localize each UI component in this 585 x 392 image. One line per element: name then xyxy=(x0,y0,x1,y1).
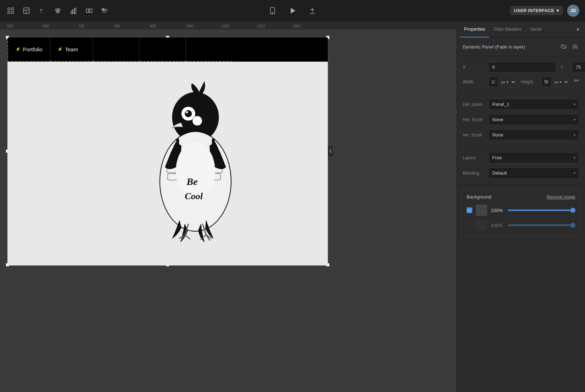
collapse-panel-arrow[interactable] xyxy=(328,145,334,157)
blending-arrow: ▾ xyxy=(574,171,575,175)
component-header: Dynamic Panel (Fade in layer) xyxy=(457,37,585,56)
align-center-icon[interactable] xyxy=(53,6,63,16)
svg-rect-3 xyxy=(11,11,14,14)
bird-illustration: Be Cool xyxy=(149,82,242,246)
ruler-mark-500: 500 xyxy=(7,24,13,28)
position-row: X Y xyxy=(463,62,579,72)
tab-varial[interactable]: Varial xyxy=(526,21,546,37)
toolbar: T xyxy=(0,0,585,21)
svg-rect-11 xyxy=(71,11,72,14)
background-checkbox-2[interactable] xyxy=(467,222,472,228)
width-unit-select[interactable]: px ▾ % auto xyxy=(498,77,516,87)
size-row: Width px ▾ % auto Height px ▾ xyxy=(463,77,579,87)
panel-tabs: Properties Data Masters Varial ▾ xyxy=(457,21,585,37)
svg-rect-0 xyxy=(8,8,10,10)
x-input[interactable] xyxy=(488,62,556,72)
background-slider-fill-1 xyxy=(508,210,575,211)
svg-point-21 xyxy=(272,12,273,13)
tab-properties[interactable]: Properties xyxy=(460,21,489,37)
background-opacity-1: 100% xyxy=(491,208,504,213)
ver-scroll-row: Ver. Scroll None ▾ xyxy=(463,129,579,140)
hor-scroll-label: Hor. Scroll xyxy=(463,117,484,122)
height-input[interactable] xyxy=(541,77,551,87)
design-canvas[interactable]: ⚡ Portfolio ⚡ Team xyxy=(7,37,328,265)
svg-text:Cool: Cool xyxy=(185,191,203,201)
def-panel-value: Panel_1 xyxy=(492,102,509,107)
background-section: Background Remove image ✓ 100% xyxy=(461,189,581,236)
split-icon[interactable] xyxy=(84,6,94,16)
svg-rect-13 xyxy=(75,8,76,14)
background-label: Background xyxy=(467,194,546,200)
background-thumb-2[interactable] xyxy=(476,220,487,231)
ruler-mark-900: 900 xyxy=(150,24,156,28)
background-remove-button[interactable]: Remove image xyxy=(546,195,575,200)
background-thumb-image-2 xyxy=(476,220,487,231)
def-panel-label: Def. panel xyxy=(463,102,484,107)
svg-rect-15 xyxy=(90,9,92,12)
background-thumb-image-1 xyxy=(476,205,487,216)
svg-marker-22 xyxy=(291,8,295,14)
layout-icon[interactable] xyxy=(21,6,31,16)
tab-data-masters[interactable]: Data Masters xyxy=(489,21,525,37)
panel-settings-section: Def. panel Panel_1 ▾ Hor. Scroll None ▾ … xyxy=(457,93,585,146)
main-area: 500 600 700 800 900 1000 1100 1200 1300 xyxy=(0,21,585,392)
ui-selector-button[interactable]: USER INTERFACE ▾ xyxy=(510,6,563,15)
blending-dropdown[interactable]: Default ▾ xyxy=(488,167,579,179)
y-label: Y xyxy=(560,65,568,70)
height-input-group: px ▾ % xyxy=(541,77,569,87)
layout-row: Layout Free ▾ xyxy=(463,152,579,163)
height-unit-select[interactable]: px ▾ % xyxy=(551,77,569,87)
hor-scroll-row: Hor. Scroll None ▾ xyxy=(463,114,579,125)
ver-scroll-value: None xyxy=(492,132,503,138)
text-icon[interactable]: T xyxy=(37,6,47,16)
def-panel-dropdown[interactable]: Panel_1 ▾ xyxy=(488,99,579,110)
canvas-wrapper: 500 600 700 800 900 1000 1100 1200 1300 xyxy=(0,21,457,392)
ruler-marks: 500 600 700 800 900 1000 1100 1200 1300 xyxy=(0,21,457,30)
background-checkbox-1[interactable]: ✓ xyxy=(467,207,472,213)
user-avatar[interactable]: JD xyxy=(567,5,579,17)
ui-selector-label: USER INTERFACE xyxy=(514,8,554,13)
x-label: X xyxy=(463,65,484,70)
component-header-icons xyxy=(559,42,579,51)
hor-scroll-dropdown[interactable]: None ▾ xyxy=(488,114,579,125)
nav-tab-empty-2 xyxy=(139,37,186,62)
ruler-mark-1200: 1200 xyxy=(257,24,265,28)
hor-scroll-value: None xyxy=(492,117,503,122)
blending-label: Blending xyxy=(463,171,484,176)
layout-blending-section: Layout Free ▾ Blending Default ▾ xyxy=(457,146,585,185)
layout-label: Layout xyxy=(463,155,484,160)
device-preview-icon[interactable] xyxy=(267,5,278,16)
ruler-mark-600: 600 xyxy=(43,24,49,28)
panel-content: Dynamic Panel (Fade in layer) xyxy=(457,37,585,392)
background-slider-thumb-2[interactable] xyxy=(570,223,575,228)
panel-tabs-more[interactable]: ▾ xyxy=(574,23,582,36)
nav-tab-team[interactable]: ⚡ Team xyxy=(50,37,93,62)
publish-icon[interactable] xyxy=(307,5,318,16)
link-icon[interactable] xyxy=(574,78,579,86)
canvas-scroll[interactable]: ⚡ Portfolio ⚡ Team xyxy=(0,30,457,392)
ruler-mark-1300: 1300 xyxy=(292,24,300,28)
background-slider-thumb-1[interactable] xyxy=(570,208,575,213)
play-icon[interactable] xyxy=(287,5,298,16)
nav-tab-empty-3 xyxy=(186,37,232,62)
background-slider-fill-2 xyxy=(508,225,575,226)
visibility-off-icon[interactable] xyxy=(559,42,568,51)
blending-value: Default xyxy=(492,170,507,176)
grid-icon[interactable] xyxy=(6,6,16,16)
nav-tab-team-label: Team xyxy=(65,46,78,52)
y-input[interactable] xyxy=(572,62,585,72)
right-panel: Properties Data Masters Varial ▾ Dynamic… xyxy=(457,21,585,392)
svg-point-29 xyxy=(192,116,202,126)
align-justify-icon[interactable] xyxy=(100,6,110,16)
background-slider-2[interactable] xyxy=(508,225,575,226)
layers-icon[interactable] xyxy=(571,42,579,51)
ver-scroll-dropdown[interactable]: None ▾ xyxy=(488,129,579,140)
background-thumb-1[interactable] xyxy=(476,205,487,216)
background-slider-1[interactable] xyxy=(508,210,575,211)
nav-tab-portfolio-label: Portfolio xyxy=(23,46,42,52)
nav-tab-portfolio[interactable]: ⚡ Portfolio xyxy=(7,37,50,62)
bar-chart-icon[interactable] xyxy=(68,6,78,16)
layout-dropdown[interactable]: Free ▾ xyxy=(488,152,579,163)
width-input[interactable] xyxy=(489,77,498,87)
svg-rect-4 xyxy=(24,8,29,14)
